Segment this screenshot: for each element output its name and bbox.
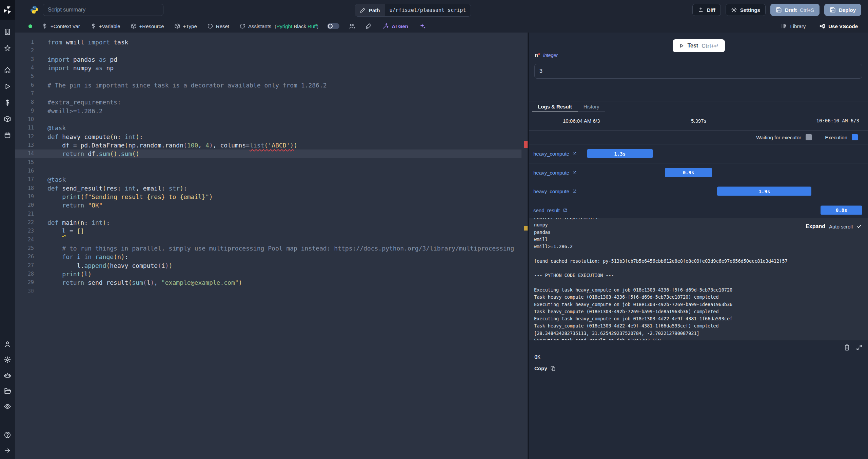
code-line-17[interactable]: 17@task [15, 175, 521, 184]
code-line-21[interactable]: 21 [15, 210, 521, 218]
path-label-segment[interactable]: Path [355, 4, 385, 16]
code-line-1[interactable]: 1from wmill import task [15, 38, 521, 46]
autoscroll-toggle[interactable]: Auto scroll [829, 224, 853, 230]
code-line-13[interactable]: 13 df = pd.DataFrame(np.random.randn(100… [15, 141, 521, 149]
maximize-icon[interactable] [856, 344, 863, 351]
code-line-18[interactable]: 18def send_result(res: int, email: str): [15, 184, 521, 193]
library-button[interactable]: Library [781, 23, 806, 29]
save-icon [776, 7, 782, 13]
gear-icon [4, 356, 11, 363]
reset-button[interactable]: Reset [207, 23, 229, 29]
draft-button[interactable]: Draft Ctrl+S [770, 4, 820, 16]
job-duration-bar[interactable]: 0.9s [665, 168, 712, 177]
sidebar-item-schedules[interactable] [4, 132, 11, 139]
argument-required-mark: * [538, 52, 540, 58]
code-line-26[interactable]: 26 for i in range(n): [15, 253, 521, 261]
code-line-28[interactable]: 28 print(l) [15, 270, 521, 278]
format-button[interactable] [365, 23, 372, 29]
editor-overview-ruler[interactable] [521, 33, 528, 459]
code-line-9[interactable]: 9#wmill>=1.286.2 [15, 107, 521, 115]
code-line-11[interactable]: 11@task [15, 124, 521, 132]
code-line-14[interactable]: 14 return df.sum().sum() [15, 149, 521, 158]
sidebar-item-resources[interactable] [4, 115, 11, 123]
code-line-29[interactable]: 29 return send_result(sum(l), "example@e… [15, 278, 521, 287]
result-tabs: Logs & Result History [529, 101, 868, 112]
code-line-5[interactable]: 5 [15, 72, 521, 81]
ai-gen-button[interactable]: AI Gen [382, 23, 408, 29]
script-path[interactable]: Path u/rfiszel/pleasant_script [355, 4, 471, 17]
line-number: 18 [15, 184, 34, 193]
job-link[interactable]: send_result [533, 207, 568, 213]
diff-button[interactable]: Diff [692, 4, 721, 16]
code-text: def heavy_compute(n: int): [34, 133, 143, 141]
code-line-30[interactable]: 30 [15, 287, 521, 296]
code-line-20[interactable]: 20 return "OK" [15, 201, 521, 209]
sidebar-item-audit-logs[interactable] [4, 403, 11, 410]
sidebar-item-folders[interactable] [4, 387, 11, 395]
sidebar-item-variables[interactable] [4, 99, 11, 106]
code-line-27[interactable]: 27 l.append(heavy_compute(i)) [15, 261, 521, 270]
clipboard-icon[interactable] [844, 344, 850, 351]
code-line-10[interactable]: 10 [15, 115, 521, 124]
error-marker[interactable] [524, 141, 528, 148]
sidebar-collapse-button[interactable] [4, 447, 11, 454]
code-line-2[interactable]: 2 [15, 46, 521, 55]
multiplayer-button[interactable] [349, 23, 356, 29]
job-duration-bar[interactable]: 1.3s [587, 149, 653, 158]
code-editor[interactable]: 1from wmill import task23import pandas a… [15, 33, 521, 459]
tab-history[interactable]: History [578, 101, 605, 112]
sidebar-item-users[interactable] [4, 340, 11, 348]
sidebar-item-workers[interactable] [4, 372, 11, 379]
code-line-22[interactable]: 22def main(n: int): [15, 218, 521, 227]
add-type-button[interactable]: +Type [174, 23, 197, 29]
use-vscode-button[interactable]: Use VScode [819, 23, 858, 29]
add-variable-button[interactable]: +Variable [90, 23, 120, 29]
eye-icon [4, 403, 11, 410]
code-line-24[interactable]: 24 [15, 236, 521, 244]
settings-button[interactable]: Settings [726, 4, 766, 16]
tab-logs-and-result[interactable]: Logs & Result [532, 101, 578, 112]
check-icon[interactable] [856, 224, 862, 229]
code-line-4[interactable]: 4import numpy as np [15, 64, 521, 72]
job-duration-bar[interactable]: 1.9s [717, 187, 811, 196]
code-line-8[interactable]: 8#extra_requirements: [15, 98, 521, 106]
script-summary-input[interactable] [43, 4, 163, 16]
code-line-3[interactable]: 3import pandas as pd [15, 55, 521, 64]
code-line-12[interactable]: 12def heavy_compute(n: int): [15, 133, 521, 141]
log-output[interactable]: content of requirements:numpypandaswmill… [529, 218, 868, 340]
copy-result-button[interactable]: Copy [534, 365, 556, 371]
job-gantt: heavy_compute1.3sheavy_compute0.9sheavy_… [529, 144, 868, 219]
code-line-15[interactable]: 15 [15, 158, 521, 167]
sidebar-item-runs[interactable] [4, 83, 11, 90]
code-line-19[interactable]: 19 print(f"Sending result {res} to {emai… [15, 193, 521, 201]
add-resource-button[interactable]: +Resource [131, 23, 164, 29]
code-lines: 1from wmill import task23import pandas a… [15, 38, 521, 296]
code-line-23[interactable]: 23 l = [] [15, 227, 521, 235]
ai-sparkles-button[interactable] [419, 23, 426, 29]
legend-swatch [806, 134, 812, 140]
expand-logs-button[interactable]: Expand [806, 223, 825, 230]
job-row: heavy_compute0.9s [529, 163, 868, 182]
deploy-button[interactable]: Deploy [824, 4, 861, 16]
sidebar-item-help[interactable] [4, 431, 11, 439]
assistants-toggle[interactable] [327, 23, 339, 29]
building-icon [4, 28, 11, 36]
app-logo[interactable] [0, 0, 15, 20]
add-context-var-button[interactable]: +Context Var [42, 23, 80, 29]
test-button[interactable]: Test Ctrl+↵ [672, 39, 725, 52]
sidebar-item-settings[interactable] [4, 356, 11, 363]
argument-n-input[interactable] [534, 64, 862, 79]
warning-marker[interactable] [524, 226, 528, 231]
sidebar-item-favorites[interactable] [4, 44, 11, 52]
code-line-25[interactable]: 25 # to run things in parallel, simply u… [15, 244, 521, 253]
code-line-16[interactable]: 16 [15, 167, 521, 175]
assistants-button[interactable]: Assistants [239, 23, 271, 29]
job-link[interactable]: heavy_compute [533, 188, 577, 194]
job-duration-bar[interactable]: 0.8s [821, 205, 862, 215]
sidebar-item-home[interactable] [4, 66, 11, 74]
code-line-6[interactable]: 6# The pin is important since task is a … [15, 81, 521, 89]
job-link[interactable]: heavy_compute [533, 169, 577, 175]
code-line-7[interactable]: 7 [15, 89, 521, 98]
sidebar-item-workspace[interactable] [4, 28, 11, 36]
job-link[interactable]: heavy_compute [533, 151, 577, 157]
